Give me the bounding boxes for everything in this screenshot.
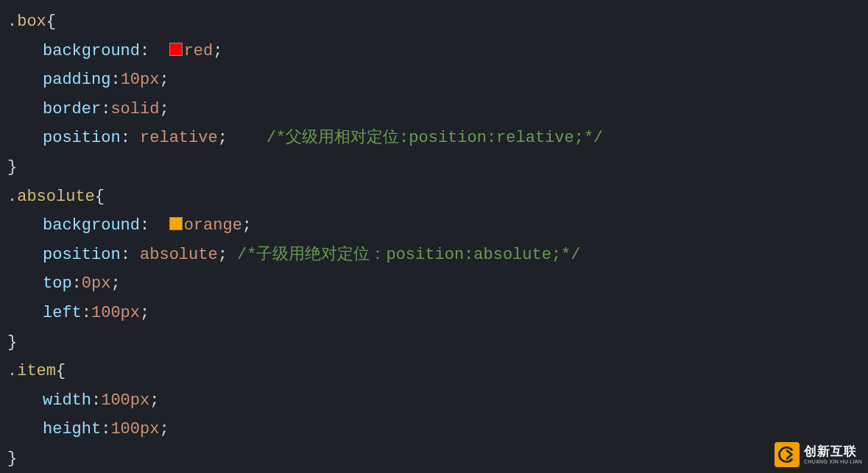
css-property: padding [43, 71, 110, 89]
colon: : [110, 71, 120, 89]
colon: : [101, 100, 110, 118]
css-value: 0px [82, 274, 111, 293]
css-value: relative [140, 129, 218, 147]
semicolon: ; [242, 216, 252, 235]
semicolon: ; [218, 129, 227, 147]
css-selector: .item [7, 362, 56, 380]
code-line: } [0, 444, 868, 473]
color-swatch-icon [169, 217, 183, 230]
code-line: top:0px; [0, 269, 868, 299]
semicolon: ; [159, 420, 169, 438]
color-swatch-icon [169, 43, 183, 56]
open-brace: { [46, 13, 56, 31]
colon: : [82, 304, 91, 322]
open-brace: { [95, 188, 105, 206]
code-line: height:100px; [0, 415, 868, 444]
semicolon: ; [218, 246, 227, 264]
code-line: } [0, 153, 868, 182]
css-property: top [43, 274, 72, 293]
code-line: left:100px; [0, 299, 868, 328]
colon: : [121, 246, 140, 264]
css-property: height [43, 420, 101, 438]
semicolon: ; [159, 100, 169, 118]
code-line: padding:10px; [0, 65, 868, 95]
code-editor[interactable]: .box{ background: red; padding:10px; bor… [0, 7, 868, 473]
colon: : [101, 420, 110, 438]
close-brace: } [7, 449, 17, 468]
colon: : [91, 391, 101, 410]
css-value: 100px [91, 304, 140, 322]
code-line: width:100px; [0, 386, 868, 416]
close-brace: } [7, 158, 17, 177]
css-value: absolute [140, 246, 218, 264]
code-line: border:solid; [0, 95, 868, 124]
css-comment: /*子级用绝对定位：position:absolute;*/ [237, 246, 580, 264]
css-property: position [43, 246, 121, 264]
css-comment: /*父级用相对定位:position:relative;*/ [267, 129, 604, 147]
css-value: red [184, 42, 214, 60]
css-property: background [43, 42, 140, 60]
css-selector: .box [7, 13, 46, 31]
colon: : [121, 129, 140, 147]
css-property: width [43, 391, 91, 410]
watermark-logo-icon [775, 442, 800, 467]
css-property: left [43, 304, 82, 322]
semicolon: ; [149, 391, 159, 410]
watermark-title: 创新互联 [804, 445, 862, 459]
css-value: orange [184, 216, 242, 235]
colon: : [72, 274, 82, 293]
watermark-subtitle: CHUANG XIN HU LIAN [804, 459, 862, 465]
code-line: .item{ [0, 357, 868, 386]
semicolon: ; [110, 274, 120, 293]
code-line: background: red; [0, 37, 868, 66]
semicolon: ; [159, 71, 169, 89]
code-line: .box{ [0, 7, 868, 37]
css-property: background [43, 216, 140, 235]
code-line: position: relative; /*父级用相对定位:position:r… [0, 124, 868, 153]
code-line: position: absolute; /*子级用绝对定位：position:a… [0, 241, 868, 270]
close-brace: } [7, 333, 17, 352]
css-property: position [43, 129, 121, 147]
code-line: background: orange; [0, 211, 868, 241]
css-value: 100px [110, 420, 159, 438]
semicolon: ; [213, 42, 222, 60]
css-value: solid [110, 100, 159, 118]
open-brace: { [56, 362, 66, 380]
css-property: border [43, 100, 101, 118]
colon: : [140, 216, 159, 235]
watermark: 创新互联 CHUANG XIN HU LIAN [775, 442, 862, 467]
colon: : [140, 42, 159, 60]
css-selector: .absolute [7, 188, 95, 206]
watermark-text: 创新互联 CHUANG XIN HU LIAN [804, 445, 862, 464]
code-line: } [0, 328, 868, 358]
semicolon: ; [140, 304, 149, 322]
code-line: .absolute{ [0, 182, 868, 212]
css-value: 100px [101, 391, 149, 410]
css-value: 10px [121, 71, 160, 89]
